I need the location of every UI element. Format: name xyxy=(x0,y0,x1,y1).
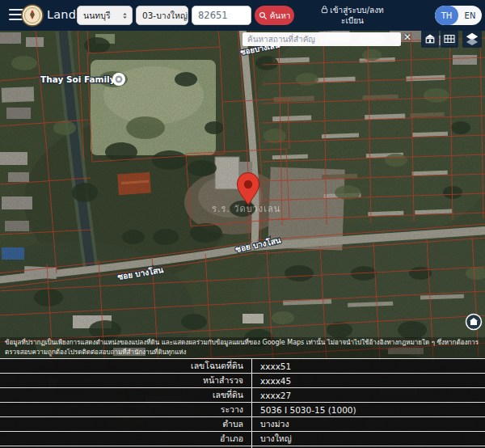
row-label: เลขโฉนดที่ดิน xyxy=(0,359,252,373)
row-label: ตำบล xyxy=(0,417,252,431)
select-stepper-icon xyxy=(121,11,129,21)
map-search-input[interactable] xyxy=(242,32,401,46)
row-value: บางม่วง xyxy=(252,417,289,431)
language-toggle: TH EN xyxy=(435,6,482,25)
row-label: ระวาง xyxy=(0,403,252,416)
lang-th-button[interactable]: TH xyxy=(435,6,458,25)
map-disclaimer: ข้อมูลที่ปรากฏเป็นเพียงการแสดงตำแหน่งของ… xyxy=(0,337,485,358)
table-row: หน้าสำรวจ xxxx45 xyxy=(0,373,485,387)
search-button[interactable]: ค้นหา xyxy=(255,6,294,25)
land-office-icon[interactable] xyxy=(421,30,439,48)
lock-icon xyxy=(321,5,328,14)
table-row: ระวาง 5036 I 5030-15 (1000) xyxy=(0,402,485,416)
row-value: xxxx27 xyxy=(252,388,291,402)
grid-layer-icon[interactable] xyxy=(441,30,458,48)
province-select[interactable]: นนทบุรี xyxy=(77,6,133,25)
row-label: อำเภอ xyxy=(0,432,252,446)
poi-label: Thay Soi Family xyxy=(40,74,116,84)
table-row: เลขที่ดิน xxxx27 xyxy=(0,387,485,402)
landsmaps-app: ซอยบางเลน ซอย บางโสน ซอย บางโสน Thay Soi… xyxy=(0,0,485,448)
row-label: หน้าสำรวจ xyxy=(0,374,252,387)
row-value: xxxx45 xyxy=(252,374,291,387)
parcel-info-table: เลขโฉนดที่ดิน xxxx51 หน้าสำรวจ xxxx45 เล… xyxy=(0,358,485,448)
close-icon[interactable]: ✕ xyxy=(403,32,411,43)
table-row: ตำบล บางม่วง xyxy=(0,416,485,431)
row-label: เลขที่ดิน xyxy=(0,388,252,402)
poi-marker[interactable] xyxy=(112,73,125,86)
district-select[interactable]: 03-บางใหญ่ xyxy=(136,6,188,25)
row-value: บางใหญ่ xyxy=(252,432,292,446)
table-row: อำเภอ บางใหญ่ xyxy=(0,431,485,446)
row-value: 5036 I 5030-15 (1000) xyxy=(252,403,356,416)
layers-icon[interactable] xyxy=(462,30,482,48)
parcel-number-input[interactable] xyxy=(192,6,251,25)
top-bar: LandsMaps นนทบุรี 03-บางใหญ่ ค้นหา เข้าส xyxy=(0,0,485,31)
lang-en-button[interactable]: EN xyxy=(458,6,482,25)
place-badge-icon[interactable] xyxy=(466,315,482,330)
login-link[interactable]: เข้าสู่ระบบ/ลงทะเบียน xyxy=(320,5,385,26)
search-icon xyxy=(259,11,268,20)
dol-logo xyxy=(21,4,44,27)
table-row: เลขโฉนดที่ดิน xxxx51 xyxy=(0,358,485,373)
row-value: xxxx51 xyxy=(252,359,291,373)
